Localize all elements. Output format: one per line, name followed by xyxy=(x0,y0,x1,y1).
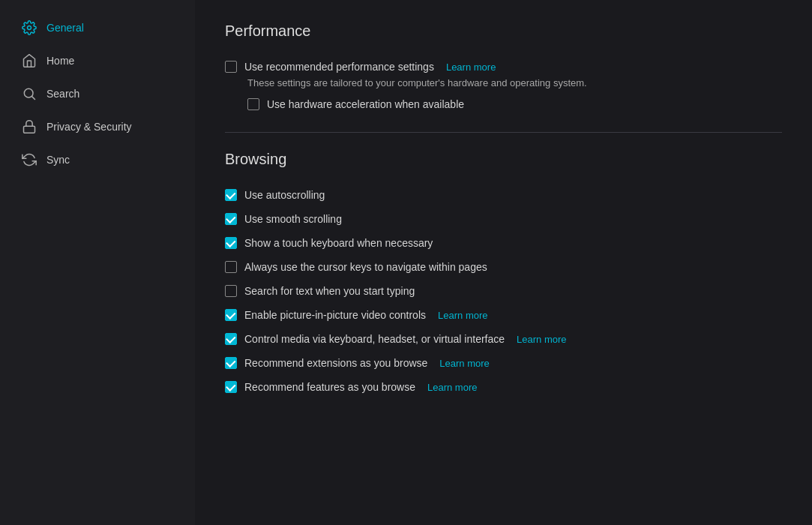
sidebar-item-privacy-security[interactable]: Privacy & Security xyxy=(6,111,189,142)
section-divider xyxy=(225,132,782,133)
svg-point-1 xyxy=(24,88,33,98)
autoscrolling-label: Use autoscrolling xyxy=(244,189,325,201)
pip-video-learn-more[interactable]: Learn more xyxy=(438,310,487,321)
smooth-scrolling-label: Use smooth scrolling xyxy=(244,213,342,225)
sidebar-label-privacy: Privacy & Security xyxy=(46,121,132,133)
touch-keyboard-label: Show a touch keyboard when necessary xyxy=(244,237,433,249)
recommend-features-label: Recommend features as you browse xyxy=(244,381,415,393)
hardware-acceleration-row: Use hardware acceleration when available xyxy=(247,94,782,114)
cursor-keys-label: Always use the cursor keys to navigate w… xyxy=(244,261,487,273)
hardware-acceleration-checkbox[interactable] xyxy=(247,98,259,110)
pip-video-label: Enable picture-in-picture video controls xyxy=(244,309,426,321)
performance-description: These settings are tailored to your comp… xyxy=(247,77,782,88)
touch-keyboard-row: Show a touch keyboard when necessary xyxy=(225,231,782,255)
browsing-title: Browsing xyxy=(225,151,782,168)
recommend-extensions-checkbox[interactable] xyxy=(225,357,237,369)
main-content: Performance Use recommended performance … xyxy=(195,0,812,525)
svg-rect-3 xyxy=(24,126,35,133)
recommended-performance-row: Use recommended performance settings Lea… xyxy=(225,55,782,79)
recommend-extensions-learn-more[interactable]: Learn more xyxy=(439,358,489,369)
home-icon xyxy=(21,52,37,69)
media-keyboard-row: Control media via keyboard, headset, or … xyxy=(225,327,782,351)
autoscrolling-checkbox[interactable] xyxy=(225,189,237,201)
media-keyboard-learn-more[interactable]: Learn more xyxy=(517,334,566,345)
recommend-extensions-row: Recommend extensions as you browse Learn… xyxy=(225,351,782,375)
sidebar-label-general: General xyxy=(46,22,84,34)
sidebar-label-sync: Sync xyxy=(46,154,70,166)
performance-title: Performance xyxy=(225,22,782,40)
pip-video-checkbox[interactable] xyxy=(225,309,237,321)
search-text-row: Search for text when you start typing xyxy=(225,279,782,303)
sidebar: General Home Search Privacy & Se xyxy=(0,0,195,525)
recommend-features-checkbox[interactable] xyxy=(225,381,237,393)
sidebar-item-sync[interactable]: Sync xyxy=(6,144,189,176)
sidebar-item-general[interactable]: General xyxy=(6,12,189,44)
recommend-features-learn-more[interactable]: Learn more xyxy=(427,382,477,393)
search-icon xyxy=(21,86,37,102)
cursor-keys-row: Always use the cursor keys to navigate w… xyxy=(225,255,782,279)
smooth-scrolling-checkbox[interactable] xyxy=(225,213,237,225)
svg-point-0 xyxy=(28,26,31,30)
recommend-extensions-label: Recommend extensions as you browse xyxy=(244,357,427,369)
autoscrolling-row: Use autoscrolling xyxy=(225,183,782,207)
sidebar-item-home[interactable]: Home xyxy=(6,45,189,76)
lock-icon xyxy=(21,118,37,135)
search-text-checkbox[interactable] xyxy=(225,285,237,297)
media-keyboard-checkbox[interactable] xyxy=(225,333,237,345)
recommended-performance-learn-more[interactable]: Learn more xyxy=(446,62,496,73)
sidebar-item-search[interactable]: Search xyxy=(6,78,189,110)
cursor-keys-checkbox[interactable] xyxy=(225,261,237,273)
sidebar-label-home: Home xyxy=(46,55,74,67)
sync-icon xyxy=(21,152,37,168)
smooth-scrolling-row: Use smooth scrolling xyxy=(225,207,782,231)
recommended-performance-label: Use recommended performance settings xyxy=(244,61,434,73)
media-keyboard-label: Control media via keyboard, headset, or … xyxy=(244,333,505,345)
recommended-performance-checkbox[interactable] xyxy=(225,61,237,73)
hardware-acceleration-label: Use hardware acceleration when available xyxy=(267,98,464,110)
gear-icon xyxy=(21,20,37,36)
svg-line-2 xyxy=(32,97,35,100)
touch-keyboard-checkbox[interactable] xyxy=(225,237,237,249)
recommend-features-row: Recommend features as you browse Learn m… xyxy=(225,375,782,399)
search-text-label: Search for text when you start typing xyxy=(244,285,415,297)
pip-video-row: Enable picture-in-picture video controls… xyxy=(225,303,782,327)
sidebar-label-search: Search xyxy=(46,88,79,100)
